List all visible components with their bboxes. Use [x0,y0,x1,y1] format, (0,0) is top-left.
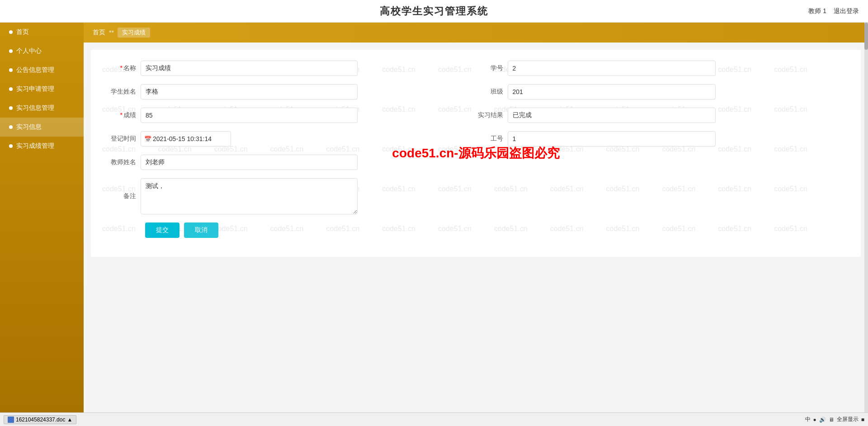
announcement-icon [9,68,13,72]
header-right: 教师 1 退出登录 [808,7,859,15]
cancel-button[interactable]: 取消 [184,222,218,238]
form-row-5: 教师姓名 [104,155,847,178]
calendar-icon: 📅 [144,136,151,142]
form-col-title: 名称 [104,61,476,84]
form-col-empty [476,155,848,178]
student-name-label: 学生姓名 [104,88,141,96]
form-col-score: 成绩 [104,108,476,131]
breadcrumb-home: 首页 [93,28,105,37]
form-row-result: 实习结果 [476,108,848,123]
logout-button[interactable]: 退出登录 [834,7,859,15]
sidebar-grade-mgmt-label: 实习成绩管理 [16,142,54,150]
class-label: 班级 [476,88,508,96]
taskbar-right: 中 ● 🔊 🖥 全屏显示 ■ [805,416,865,423]
form-row-2: 学生姓名 班级 [104,84,847,108]
form-col-result: 实习结果 [476,108,848,131]
score-input[interactable] [141,108,358,123]
taskbar: 1621045824337.doc ▲ 中 ● 🔊 🖥 全屏显示 ■ [0,412,868,426]
sidebar-item-home[interactable]: 首页 [0,23,84,42]
grade-mgmt-icon [9,144,13,148]
form-col-student-id: 学号 [476,61,848,84]
form-row-score: 成绩 [104,108,476,123]
form-row-student-name: 学生姓名 [104,84,476,99]
taskbar-dot: ● [813,417,816,423]
taskbar-monitor: 🖥 [829,417,834,423]
student-name-input[interactable] [141,84,358,99]
sidebar-announcement-label: 公告信息管理 [16,66,54,74]
employee-id-input[interactable] [508,131,716,147]
sidebar-item-internship-info[interactable]: 实习信息 [0,118,84,137]
breadcrumb-current: 实习成绩 [118,28,150,38]
form-row-class: 班级 [476,84,848,99]
taskbar-fullscreen[interactable]: 全屏显示 [837,416,859,423]
personal-icon [9,49,13,53]
taskbar-sound: 🔊 [819,417,826,423]
form-col-teacher-name: 教师姓名 [104,155,476,178]
taskbar-file-name: 1621045824337.doc [16,417,65,423]
title-input[interactable] [141,61,358,76]
sidebar-item-info-mgmt[interactable]: 实习信息管理 [0,99,84,118]
form-col-login-time: 登记时间 📅 [104,131,476,155]
taskbar-settings[interactable]: ■ [861,417,864,423]
result-label: 实习结果 [476,111,508,119]
current-user: 教师 1 [808,7,826,15]
taskbar-ime: 中 [805,416,811,423]
sidebar-item-application[interactable]: 实习申请管理 [0,80,84,99]
application-icon [9,87,13,91]
form-row-4: 登记时间 📅 工号 [104,131,847,155]
sidebar-internship-info-label: 实习信息 [16,123,42,131]
form-buttons-row: 提交 取消 [145,222,847,238]
taskbar-file-item[interactable]: 1621045824337.doc ▲ [4,415,76,424]
form-row-employee-id: 工号 [476,131,848,147]
sidebar-item-personal[interactable]: 个人中心 [0,42,84,61]
form-container: (function() { const cwm = document.query… [91,50,861,257]
sidebar-item-announcement[interactable]: 公告信息管理 [0,61,84,80]
breadcrumb-separator: ** [109,29,114,36]
sidebar-item-grade-mgmt[interactable]: 实习成绩管理 [0,137,84,156]
note-textarea[interactable]: 测试， [141,178,358,214]
main-layout: 首页 个人中心 公告信息管理 实习申请管理 实习信息管理 实习信息 实习成绩管理 [0,23,868,412]
employee-id-label: 工号 [476,135,508,143]
teacher-name-input[interactable] [141,155,358,170]
submit-button[interactable]: 提交 [145,222,179,238]
login-time-label: 登记时间 [104,135,141,143]
score-label: 成绩 [104,111,141,119]
teacher-name-label: 教师姓名 [104,158,141,166]
sidebar-home-label: 首页 [16,28,29,36]
top-header: 高校学生实习管理系统 教师 1 退出登录 [0,0,868,23]
form-row-3: 成绩 实习结果 [104,108,847,131]
form-col-class: 班级 [476,84,848,108]
form-row-1: 名称 学号 [104,61,847,84]
class-input[interactable] [508,84,716,99]
app-title: 高校学生实习管理系统 [380,5,488,18]
note-label: 备注 [104,192,141,200]
form-row-login-time: 登记时间 📅 [104,131,476,147]
date-input-wrap: 📅 [141,131,231,147]
form-row-teacher-name: 教师姓名 [104,155,476,170]
form-row-student-id: 学号 [476,61,848,76]
content-area: 首页 ** 实习成绩 (function() { const cwm = doc… [84,23,868,412]
right-scrollbar[interactable] [864,23,868,412]
sidebar: 首页 个人中心 公告信息管理 实习申请管理 实习信息管理 实习信息 实习成绩管理 [0,23,84,412]
breadcrumb-bar: 首页 ** 实习成绩 [84,23,868,43]
sidebar-info-mgmt-label: 实习信息管理 [16,104,54,112]
taskbar-expand-icon[interactable]: ▲ [67,417,72,423]
sidebar-personal-label: 个人中心 [16,47,42,55]
scrollbar-thumb[interactable] [864,23,868,50]
home-icon [9,30,13,34]
form-row-note: 备注 测试， [104,178,847,214]
student-id-input[interactable] [508,61,716,76]
form-row-title: 名称 [104,61,476,76]
internship-info-icon [9,125,13,129]
login-time-input[interactable] [141,131,231,147]
sidebar-application-label: 实习申请管理 [16,85,54,93]
student-id-label: 学号 [476,64,508,72]
file-icon [8,417,14,423]
title-label: 名称 [104,64,141,72]
result-input[interactable] [508,108,716,123]
form-col-student-name: 学生姓名 [104,84,476,108]
info-mgmt-icon [9,106,13,110]
form-col-employee-id: 工号 [476,131,848,155]
